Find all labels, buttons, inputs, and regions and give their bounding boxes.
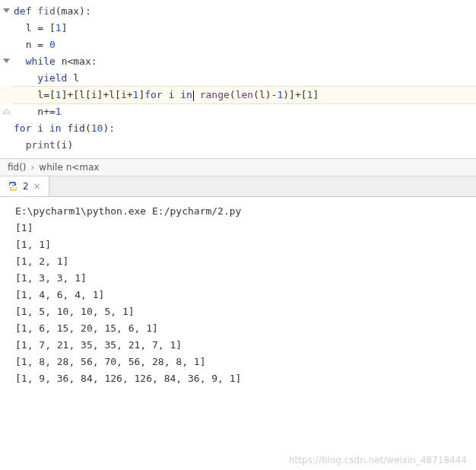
breadcrumb-segment[interactable]: while n<max (39, 162, 99, 173)
code-text: l = [1] (12, 20, 67, 37)
code-line[interactable]: print(i) (0, 137, 476, 154)
close-icon[interactable]: × (33, 181, 41, 192)
code-line[interactable]: yield l (0, 70, 476, 87)
code-text: n = 0 (12, 37, 56, 53)
code-text: n+=1 (12, 103, 62, 120)
code-line[interactable]: def fid(max): (0, 3, 476, 20)
code-line[interactable]: n+=1 (0, 103, 476, 120)
code-line-active[interactable]: l=[1]+[l[i]+l[i+1]for i in range(len(l)-… (0, 87, 476, 103)
code-line[interactable]: n = 0 (0, 37, 476, 53)
python-icon (8, 181, 18, 192)
console-line: [1, 9, 36, 84, 126, 126, 84, 36, 9, 1] (15, 370, 476, 387)
console-line: [1, 8, 28, 56, 70, 56, 28, 8, 1] (15, 354, 476, 370)
code-text: print(i) (12, 137, 73, 154)
console-line: [1, 2, 1] (15, 253, 476, 270)
console-line: [1, 1] (15, 237, 476, 253)
code-text: yield l (12, 70, 79, 87)
run-tabbar[interactable]: 2 × (0, 176, 476, 197)
run-tab[interactable]: 2 × (0, 176, 49, 196)
console-line: [1, 5, 10, 10, 5, 1] (15, 303, 476, 320)
console-line: [1, 3, 3, 1] (15, 270, 476, 287)
breadcrumb-segment[interactable]: fid() (8, 162, 27, 173)
code-text: while n<max: (12, 53, 97, 70)
fold-toggle-icon[interactable] (0, 8, 12, 15)
console-line: [1, 4, 6, 4, 1] (15, 287, 476, 303)
code-line[interactable]: for i in fid(10): (0, 120, 476, 137)
fold-toggle-icon[interactable] (0, 59, 12, 65)
breadcrumb-separator-icon: › (31, 162, 35, 173)
block-end-icon (0, 109, 12, 116)
code-line[interactable]: while n<max: (0, 53, 476, 70)
console-line: [1, 7, 21, 35, 35, 21, 7, 1] (15, 337, 476, 354)
console-line: [1] (15, 220, 476, 237)
code-text: def fid(max): (12, 3, 91, 20)
console-line: [1, 6, 15, 20, 15, 6, 1] (15, 320, 476, 337)
console-output[interactable]: E:\pycharm1\python.exe E:/pycharm/2.py [… (0, 197, 476, 393)
watermark: https://blog.csdn.net/weixin_48718444 (289, 455, 467, 465)
console-command: E:\pycharm1\python.exe E:/pycharm/2.py (15, 203, 476, 220)
code-editor[interactable]: def fid(max): l = [1] n = 0 while n<max:… (0, 0, 476, 158)
code-text: l=[1]+[l[i]+l[i+1]for i in range(len(l)-… (12, 86, 476, 104)
code-text: for i in fid(10): (12, 120, 115, 137)
code-line[interactable]: l = [1] (0, 20, 476, 37)
tab-label: 2 (23, 181, 29, 192)
breadcrumb[interactable]: fid() › while n<max (0, 158, 476, 176)
